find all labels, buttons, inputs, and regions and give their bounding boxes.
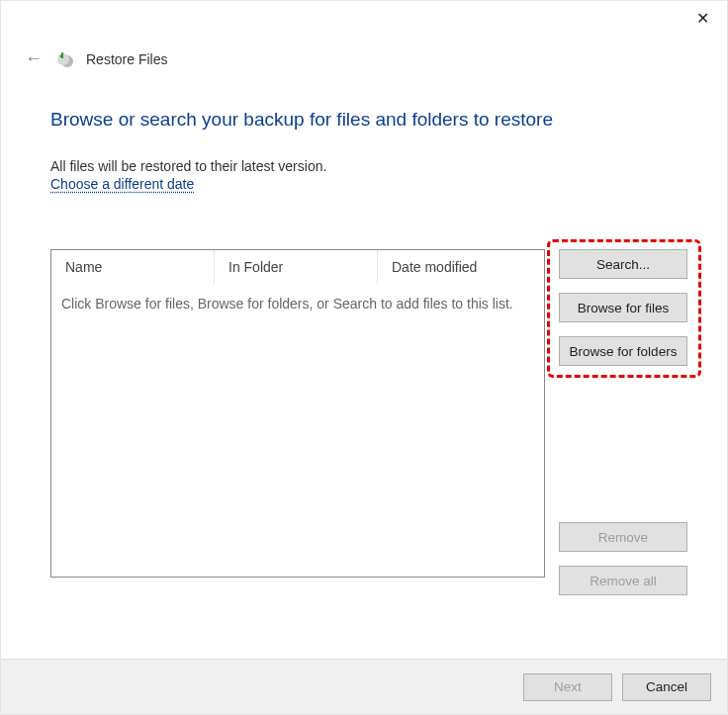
column-in-folder[interactable]: In Folder	[215, 250, 378, 284]
search-button[interactable]: Search...	[559, 249, 687, 279]
restore-files-icon	[56, 50, 74, 68]
file-list: Name In Folder Date modified Click Brows…	[50, 249, 545, 578]
svg-rect-2	[61, 52, 63, 58]
cancel-button[interactable]: Cancel	[622, 673, 711, 701]
remove-button: Remove	[559, 522, 687, 552]
restore-version-text: All files will be restored to their late…	[50, 158, 697, 174]
column-date-modified[interactable]: Date modified	[378, 250, 544, 284]
column-name[interactable]: Name	[51, 250, 215, 284]
remove-all-button: Remove all	[559, 566, 687, 595]
dialog-footer: Next Cancel	[1, 659, 727, 714]
window-title: Restore Files	[86, 51, 167, 67]
choose-date-link[interactable]: Choose a different date	[50, 176, 194, 192]
list-placeholder-text: Click Browse for files, Browse for folde…	[51, 284, 544, 323]
close-icon[interactable]: ✕	[696, 11, 709, 27]
page-heading: Browse or search your backup for files a…	[50, 109, 697, 131]
back-arrow-icon[interactable]: ←	[23, 48, 45, 69]
list-header: Name In Folder Date modified	[51, 250, 544, 284]
browse-folders-button[interactable]: Browse for folders	[559, 336, 687, 366]
next-button: Next	[523, 673, 612, 701]
browse-files-button[interactable]: Browse for files	[559, 293, 687, 322]
